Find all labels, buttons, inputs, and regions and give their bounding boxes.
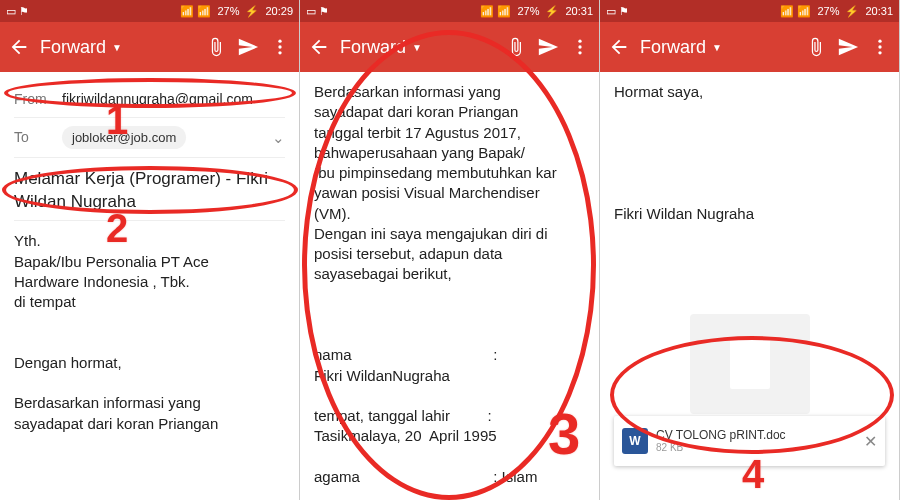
to-label: To (14, 128, 62, 147)
dropdown-triangle-icon: ▼ (712, 42, 722, 53)
clock: 20:31 (565, 5, 593, 17)
attachment-name: CV TOLONG pRINT.doc (656, 429, 856, 442)
status-right-icons: 📶 📶 (480, 5, 511, 18)
appbar-title[interactable]: Forward ▼ (640, 37, 795, 58)
app-bar: Forward ▼ (600, 22, 899, 72)
chevron-down-icon[interactable]: ⌄ (272, 128, 285, 148)
attachment-size: 82 KB (656, 442, 856, 453)
status-bar: ▭ ⚑ 📶 📶 27% ⚡ 20:29 (0, 0, 299, 22)
phone-3: ▭ ⚑ 📶 📶 27% ⚡ 20:31 Forward ▼ Hormat say… (600, 0, 900, 500)
from-label: From (14, 90, 62, 109)
from-row[interactable]: From fikriwildannugraha@gmail.com (14, 82, 285, 118)
svg-point-1 (278, 45, 281, 48)
phone-1: ▭ ⚑ 📶 📶 27% ⚡ 20:29 Forward ▼ From fikri… (0, 0, 300, 500)
battery-text: 27% (817, 5, 839, 17)
dropdown-triangle-icon: ▼ (412, 42, 422, 53)
phone-2: ▭ ⚑ 📶 📶 27% ⚡ 20:31 Forward ▼ Berdasarka… (300, 0, 600, 500)
to-value: jobloker@job.com (62, 126, 272, 150)
recipient-chip[interactable]: jobloker@job.com (62, 126, 186, 150)
status-right-icons: 📶 📶 (180, 5, 211, 18)
email-body[interactable]: Yth. Bapak/Ibu Personalia PT Ace Hardwar… (14, 231, 285, 434)
send-icon[interactable] (837, 36, 859, 58)
word-doc-icon: W (622, 428, 648, 454)
subject-field[interactable]: Melamar Kerja (Programer) - Fikri Wildan… (14, 158, 285, 221)
appbar-title[interactable]: Forward ▼ (40, 37, 195, 58)
compose-content: From fikriwildannugraha@gmail.com To job… (0, 72, 299, 500)
appbar-title-text: Forward (40, 37, 106, 58)
attach-icon[interactable] (805, 36, 827, 58)
app-bar: Forward ▼ (300, 22, 599, 72)
three-phone-screenshots: ▭ ⚑ 📶 📶 27% ⚡ 20:29 Forward ▼ From fikri… (0, 0, 900, 500)
svg-point-6 (878, 40, 881, 43)
appbar-title-text: Forward (340, 37, 406, 58)
svg-point-8 (878, 51, 881, 54)
svg-point-0 (278, 40, 281, 43)
send-icon[interactable] (537, 36, 559, 58)
email-body[interactable]: Berdasarkan informasi yang sayadapat dar… (314, 82, 585, 487)
from-value: fikriwildannugraha@gmail.com (62, 90, 285, 109)
send-icon[interactable] (237, 36, 259, 58)
attach-icon[interactable] (505, 36, 527, 58)
overflow-menu-icon[interactable] (269, 36, 291, 58)
status-bar: ▭ ⚑ 📶 📶 27% ⚡ 20:31 (300, 0, 599, 22)
remove-attachment-icon[interactable]: ✕ (864, 432, 877, 451)
overflow-menu-icon[interactable] (869, 36, 891, 58)
battery-text: 27% (517, 5, 539, 17)
status-bar: ▭ ⚑ 📶 📶 27% ⚡ 20:31 (600, 0, 899, 22)
status-left-icons: ▭ ⚑ (606, 5, 629, 18)
battery-icon: ⚡ (545, 5, 559, 18)
status-right-icons: 📶 📶 (780, 5, 811, 18)
battery-icon: ⚡ (845, 5, 859, 18)
overflow-menu-icon[interactable] (569, 36, 591, 58)
battery-icon: ⚡ (245, 5, 259, 18)
clock: 20:31 (865, 5, 893, 17)
svg-point-5 (578, 51, 581, 54)
back-icon[interactable] (8, 36, 30, 58)
app-bar: Forward ▼ (0, 22, 299, 72)
to-row[interactable]: To jobloker@job.com ⌄ (14, 118, 285, 159)
battery-text: 27% (217, 5, 239, 17)
svg-point-2 (278, 51, 281, 54)
svg-point-3 (578, 40, 581, 43)
svg-point-4 (578, 45, 581, 48)
email-body[interactable]: Hormat saya, Fikri Wildan Nugraha (614, 82, 885, 224)
attachment-chip[interactable]: W CV TOLONG pRINT.doc 82 KB ✕ (614, 416, 885, 466)
clock: 20:29 (265, 5, 293, 17)
attachment-info: CV TOLONG pRINT.doc 82 KB (656, 429, 856, 453)
appbar-title-text: Forward (640, 37, 706, 58)
appbar-title[interactable]: Forward ▼ (340, 37, 495, 58)
status-left-icons: ▭ ⚑ (6, 5, 29, 18)
compose-content: Berdasarkan informasi yang sayadapat dar… (300, 72, 599, 500)
svg-point-7 (878, 45, 881, 48)
attachment-preview[interactable] (690, 314, 810, 414)
back-icon[interactable] (308, 36, 330, 58)
dropdown-triangle-icon: ▼ (112, 42, 122, 53)
status-left-icons: ▭ ⚑ (306, 5, 329, 18)
back-icon[interactable] (608, 36, 630, 58)
attach-icon[interactable] (205, 36, 227, 58)
